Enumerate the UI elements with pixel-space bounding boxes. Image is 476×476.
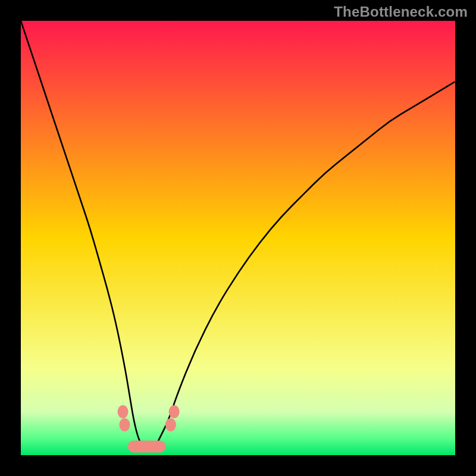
marker-blob — [165, 418, 176, 431]
marker-blob — [118, 405, 129, 418]
chart-frame: TheBottleneck.com — [0, 0, 476, 476]
chart-svg — [21, 21, 455, 455]
marker-blob — [119, 418, 130, 431]
watermark-label: TheBottleneck.com — [334, 4, 468, 20]
marker-blob — [169, 405, 180, 418]
plot-area — [21, 21, 455, 455]
gradient-background — [21, 21, 455, 455]
